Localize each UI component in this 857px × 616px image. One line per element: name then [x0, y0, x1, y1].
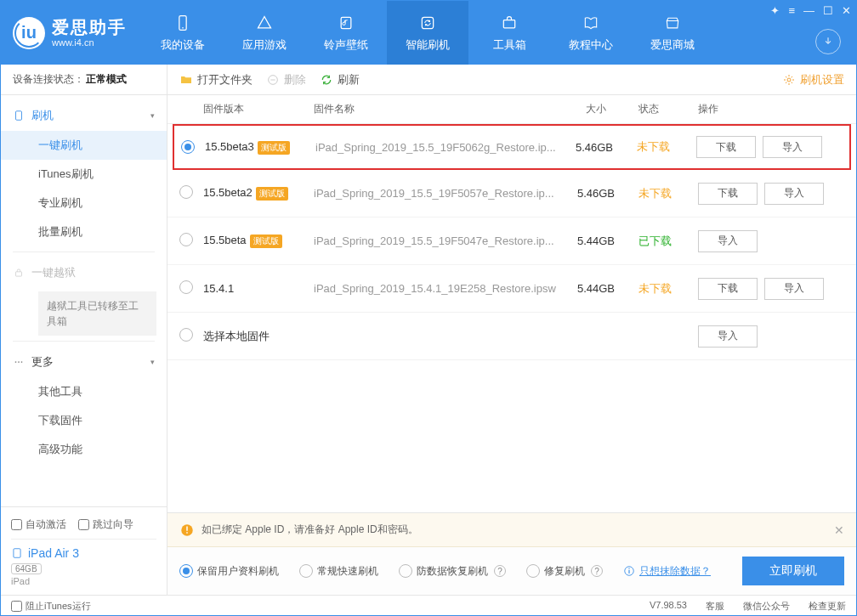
svg-rect-4 [503, 20, 514, 27]
sidebar-group-jailbreak: 一键越狱 [1, 257, 167, 288]
opt-recover[interactable]: 防数据恢复刷机? [399, 564, 506, 579]
chk-auto-activate[interactable]: 自动激活 [11, 517, 66, 532]
nav-label: 智能刷机 [406, 37, 450, 53]
select-radio[interactable] [179, 185, 193, 199]
firmware-row-local[interactable]: 选择本地固件导入 [167, 313, 856, 360]
import-button[interactable]: 导入 [698, 230, 758, 252]
nav-label: 应用游戏 [242, 37, 287, 53]
svg-rect-10 [14, 549, 20, 558]
help-icon[interactable]: ? [494, 565, 506, 577]
nav-toolbox[interactable]: 工具箱 [468, 1, 550, 65]
download-indicator[interactable] [815, 29, 841, 54]
local-firmware-label: 选择本地固件 [203, 329, 562, 344]
th-size: 大小 [562, 102, 630, 116]
fw-version: 15.5beta [203, 234, 247, 246]
nav-tutorials[interactable]: 教程中心 [550, 1, 632, 65]
svg-rect-5 [16, 111, 22, 121]
select-radio[interactable] [179, 280, 193, 294]
maximize-icon[interactable]: ☐ [823, 4, 833, 17]
beta-tag: 测试版 [258, 141, 290, 155]
select-radio[interactable] [181, 140, 195, 154]
download-button[interactable]: 下载 [696, 136, 756, 158]
sidebar-group-flash[interactable]: 刷机 ▾ [1, 100, 167, 131]
more-icon [13, 356, 25, 368]
import-button[interactable]: 导入 [764, 278, 824, 300]
svg-point-12 [787, 78, 791, 82]
close-warning-button[interactable]: ✕ [834, 523, 844, 537]
nav-label: 铃声壁纸 [324, 37, 368, 53]
help-icon[interactable]: ? [591, 565, 603, 577]
sidebar-item-batch[interactable]: 批量刷机 [1, 218, 167, 246]
refresh-icon [320, 73, 333, 87]
device-icon [13, 110, 25, 122]
sidebar-item-itunes[interactable]: iTunes刷机 [1, 160, 167, 189]
sidebar-item-dlfw[interactable]: 下载固件 [1, 406, 167, 435]
svg-point-7 [15, 361, 17, 363]
fw-status: 已下载 [630, 234, 698, 249]
fw-status: 未下载 [630, 281, 698, 297]
download-button[interactable]: 下载 [698, 278, 758, 300]
nav-my-device[interactable]: 我的设备 [142, 1, 224, 65]
opt-keep-data[interactable]: 保留用户资料刷机 [179, 564, 279, 579]
th-status: 状态 [630, 102, 698, 116]
phone-icon [173, 14, 192, 32]
fw-filename: iPad_Spring_2019_15.4.1_19E258_Restore.i… [314, 282, 562, 295]
app-url: www.i4.cn [52, 37, 127, 48]
svg-rect-18 [628, 568, 629, 569]
warning-bar: 如已绑定 Apple ID，请准备好 Apple ID和密码。 ✕ [167, 513, 856, 547]
sidebar-item-adv[interactable]: 高级功能 [1, 435, 167, 464]
main-nav: 我的设备 应用游戏 铃声壁纸 智能刷机 工具箱 教程中心 爱思商城 [142, 1, 856, 65]
conn-mode: 正常模式 [86, 72, 127, 87]
firmware-row[interactable]: 15.4.1iPad_Spring_2019_15.4.1_19E258_Res… [167, 265, 856, 313]
import-button[interactable]: 导入 [764, 183, 824, 205]
svg-rect-6 [16, 272, 22, 276]
import-button[interactable]: 导入 [763, 136, 822, 158]
minimize-icon[interactable]: — [803, 4, 814, 17]
svg-point-9 [21, 361, 23, 363]
conn-label: 设备连接状态： [13, 72, 84, 87]
flash-now-button[interactable]: 立即刷机 [742, 557, 844, 585]
flash-settings-button[interactable]: 刷机设置 [782, 72, 844, 88]
sidebar-item-othertools[interactable]: 其他工具 [1, 377, 167, 406]
sidebar-group-more[interactable]: 更多 ▾ [1, 347, 167, 377]
nav-flash[interactable]: 智能刷机 [387, 1, 468, 65]
import-button[interactable]: 导入 [698, 325, 758, 348]
open-folder-button[interactable]: 打开文件夹 [179, 72, 253, 88]
device-type: iPad [11, 576, 156, 586]
select-radio[interactable] [179, 328, 193, 342]
logo-block: iu 爱思助手 www.i4.cn [1, 1, 142, 65]
svg-point-1 [182, 27, 184, 29]
nav-label: 教程中心 [569, 37, 613, 53]
fw-size: 5.44GB [562, 235, 630, 247]
firmware-row[interactable]: 15.5beta3测试版iPad_Spring_2019_15.5_19F506… [173, 124, 851, 170]
opt-repair[interactable]: 修复刷机? [526, 564, 603, 579]
fw-status: 未下载 [628, 139, 696, 155]
chk-block-itunes[interactable]: 阻止iTunes运行 [11, 600, 91, 613]
firmware-row[interactable]: 15.5beta2测试版iPad_Spring_2019_15.5_19F505… [167, 170, 856, 218]
sidebar-item-pro[interactable]: 专业刷机 [1, 189, 167, 218]
erase-link[interactable]: 只想抹除数据？ [623, 564, 711, 579]
sidebar: 设备连接状态： 正常模式 刷机 ▾ 一键刷机 iTunes刷机 专业刷机 批量刷… [1, 65, 167, 595]
download-button[interactable]: 下载 [698, 183, 758, 205]
fw-filename: iPad_Spring_2019_15.5_19F5057e_Restore.i… [314, 187, 562, 200]
list-icon[interactable]: ≡ [788, 4, 795, 17]
wechat-link[interactable]: 微信公众号 [743, 600, 790, 613]
sidebar-item-oneclick[interactable]: 一键刷机 [1, 131, 167, 160]
opt-normal[interactable]: 常规快速刷机 [299, 564, 378, 579]
fw-version: 15.5beta3 [205, 140, 254, 153]
support-link[interactable]: 客服 [706, 600, 724, 613]
chk-skip-guide[interactable]: 跳过向导 [78, 517, 133, 532]
refresh-button[interactable]: 刷新 [320, 72, 360, 88]
device-name[interactable]: iPad Air 3 [11, 546, 156, 560]
menu-icon[interactable]: ✦ [770, 4, 780, 17]
nav-ringtones[interactable]: 铃声壁纸 [305, 1, 387, 65]
close-icon[interactable]: ✕ [842, 4, 851, 17]
sidebar-bottom: 自动激活 跳过向导 iPad Air 3 64GB iPad [1, 506, 167, 595]
check-update-link[interactable]: 检查更新 [809, 600, 846, 613]
nav-apps[interactable]: 应用游戏 [224, 1, 305, 65]
refresh-icon [418, 14, 437, 32]
nav-label: 爱思商城 [650, 37, 695, 53]
nav-store[interactable]: 爱思商城 [632, 1, 713, 65]
firmware-row[interactable]: 15.5beta测试版iPad_Spring_2019_15.5_19F5047… [167, 218, 856, 265]
select-radio[interactable] [179, 233, 193, 246]
